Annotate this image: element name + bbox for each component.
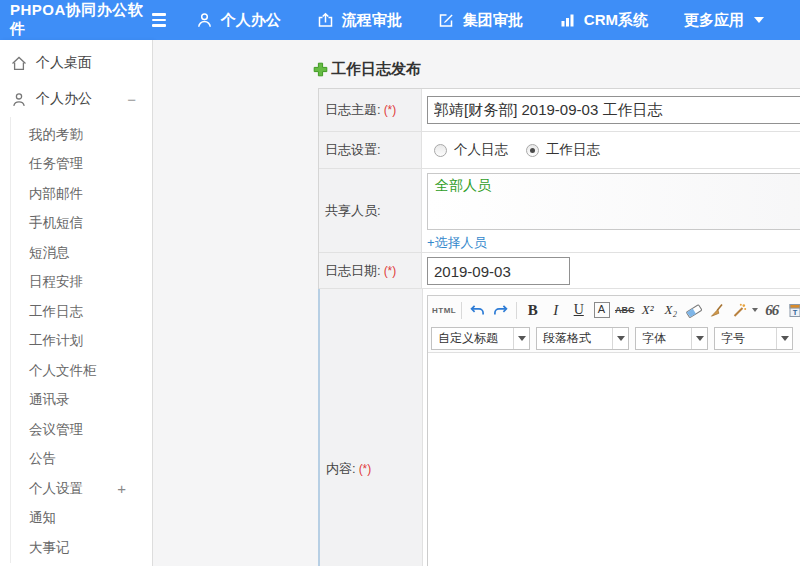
required-mark: (*) bbox=[359, 462, 372, 476]
html-source-button[interactable]: HTML bbox=[432, 300, 456, 321]
autotypeset-caret-icon[interactable] bbox=[752, 308, 758, 312]
form-row-content: 内容: (*) HTML bbox=[318, 289, 800, 566]
topbar: PHPOA协同办公软件 个人办公 流程审批 集团审批 CRM系统 bbox=[0, 0, 800, 40]
sidebar-item-announcement[interactable]: 公告 bbox=[11, 445, 152, 475]
paragraph-format-select[interactable]: 段落格式 bbox=[536, 327, 629, 350]
setting-label: 日志设置: bbox=[325, 141, 381, 159]
sidebar-item-personal-settings[interactable]: 个人设置 + bbox=[11, 474, 152, 504]
redo-button[interactable] bbox=[490, 300, 511, 321]
sidebar-item-work-plan[interactable]: 工作计划 bbox=[11, 327, 152, 357]
sidebar-item-personal-office[interactable]: 个人办公 − bbox=[0, 81, 152, 117]
svg-text:T: T bbox=[792, 307, 797, 316]
editor-content-area[interactable] bbox=[428, 352, 800, 566]
sidebar: 个人桌面 个人办公 − 我的考勤 任务管理 内部邮件 手机短信 短消息 日程安排… bbox=[0, 40, 153, 566]
sidebar-item-contacts[interactable]: 通讯录 bbox=[11, 386, 152, 416]
sidebar-item-schedule[interactable]: 日程安排 bbox=[11, 268, 152, 298]
sidebar-item-label: 个人桌面 bbox=[36, 54, 92, 72]
nav-item-personal-office[interactable]: 个人办公 bbox=[196, 11, 281, 30]
expand-icon[interactable]: + bbox=[117, 480, 152, 497]
nav-label: CRM系统 bbox=[584, 11, 648, 30]
user-icon bbox=[196, 12, 213, 28]
home-icon bbox=[11, 56, 27, 71]
sidebar-item-meeting-management[interactable]: 会议管理 bbox=[11, 415, 152, 445]
eraser-button[interactable] bbox=[683, 300, 704, 321]
chevron-down-icon bbox=[777, 336, 792, 341]
required-mark: (*) bbox=[384, 103, 397, 117]
work-log-form: 日志主题: (*) 日志设置: 个人日志 工作日志 bbox=[318, 88, 800, 566]
font-color-button[interactable]: A bbox=[594, 302, 610, 318]
group-approval-icon bbox=[438, 12, 455, 28]
sidebar-item-mobile-sms[interactable]: 手机短信 bbox=[11, 209, 152, 239]
form-row-share: 共享人员: 全部人员 +选择人员 bbox=[319, 169, 800, 253]
sidebar-item-label: 个人办公 bbox=[36, 90, 92, 108]
form-row-subject: 日志主题: (*) bbox=[319, 89, 800, 132]
subject-label: 日志主题: bbox=[325, 101, 381, 119]
nav-label: 个人办公 bbox=[221, 11, 281, 30]
sidebar-item-memorabilia[interactable]: 大事记 bbox=[11, 533, 152, 563]
nav-item-flow-approval[interactable]: 流程审批 bbox=[317, 11, 402, 30]
sidebar-item-personal-desktop[interactable]: 个人桌面 bbox=[0, 45, 152, 81]
person-icon bbox=[11, 92, 27, 107]
subject-input[interactable] bbox=[427, 96, 800, 124]
paste-text-button[interactable]: T bbox=[784, 300, 800, 321]
chevron-down-icon bbox=[692, 336, 707, 341]
sidebar-item-notification[interactable]: 通知 bbox=[11, 504, 152, 534]
crm-chart-icon bbox=[559, 12, 576, 28]
app-title: PHPOA协同办公软件 bbox=[0, 1, 152, 39]
form-row-date: 日志日期: (*) bbox=[319, 253, 800, 289]
sidebar-item-work-log[interactable]: 工作日志 bbox=[11, 297, 152, 327]
autotypeset-button[interactable] bbox=[729, 300, 750, 321]
editor-toolbar-row1: HTML B I U A bbox=[428, 296, 800, 324]
radio-work-log-label[interactable]: 工作日志 bbox=[546, 141, 600, 159]
sidebar-item-file-cabinet[interactable]: 个人文件柜 bbox=[11, 356, 152, 386]
date-input[interactable] bbox=[427, 257, 570, 285]
sidebar-item-internal-mail[interactable]: 内部邮件 bbox=[11, 179, 152, 209]
nav-label: 流程审批 bbox=[342, 11, 402, 30]
share-label: 共享人员: bbox=[325, 202, 381, 220]
hamburger-menu-icon[interactable] bbox=[152, 10, 166, 30]
font-family-select[interactable]: 字体 bbox=[635, 327, 708, 350]
strikethrough-button[interactable]: ABC bbox=[614, 300, 635, 321]
underline-button[interactable]: U bbox=[568, 300, 589, 321]
bold-button[interactable]: B bbox=[522, 300, 543, 321]
undo-button[interactable] bbox=[467, 300, 488, 321]
font-size-select[interactable]: 字号 bbox=[714, 327, 793, 350]
nav-item-group-approval[interactable]: 集团审批 bbox=[438, 11, 523, 30]
blockquote-button[interactable]: 66 bbox=[761, 300, 782, 321]
radio-personal-log-label[interactable]: 个人日志 bbox=[454, 141, 508, 159]
chevron-down-icon bbox=[514, 336, 529, 341]
sidebar-item-attendance[interactable]: 我的考勤 bbox=[11, 120, 152, 150]
top-nav: 个人办公 流程审批 集团审批 CRM系统 更多应用 bbox=[196, 11, 800, 30]
date-label: 日志日期: bbox=[325, 262, 381, 280]
collapse-icon[interactable]: − bbox=[127, 91, 152, 108]
page-title-text: 工作日志发布 bbox=[331, 60, 421, 79]
sidebar-item-task-management[interactable]: 任务管理 bbox=[11, 150, 152, 180]
nav-label: 更多应用 bbox=[684, 11, 744, 30]
content-label: 内容: bbox=[326, 460, 356, 478]
nav-item-more-apps[interactable]: 更多应用 bbox=[684, 11, 764, 30]
nav-item-crm[interactable]: CRM系统 bbox=[559, 11, 648, 30]
select-people-link[interactable]: +选择人员 bbox=[427, 234, 487, 252]
custom-title-select[interactable]: 自定义标题 bbox=[431, 327, 530, 350]
sidebar-item-short-message[interactable]: 短消息 bbox=[11, 238, 152, 268]
add-plus-icon bbox=[313, 62, 328, 77]
rich-text-editor: HTML B I U A bbox=[427, 295, 800, 566]
editor-toolbar-row2: 自定义标题 段落格式 字体 bbox=[428, 324, 800, 352]
main-content: 工作日志发布 日志主题: (*) 日志设置: 个人日志 bbox=[153, 40, 800, 566]
form-row-setting: 日志设置: 个人日志 工作日志 bbox=[319, 132, 800, 169]
share-people-box[interactable]: 全部人员 bbox=[427, 173, 800, 230]
italic-button[interactable]: I bbox=[545, 300, 566, 321]
superscript-button[interactable]: X² bbox=[637, 300, 658, 321]
nav-label: 集团审批 bbox=[463, 11, 523, 30]
required-mark: (*) bbox=[384, 264, 397, 278]
caret-down-icon bbox=[754, 17, 764, 23]
flow-approval-icon bbox=[317, 12, 334, 28]
format-brush-button[interactable] bbox=[706, 300, 727, 321]
radio-personal-log[interactable] bbox=[434, 144, 447, 157]
subscript-button[interactable]: X₂ bbox=[660, 300, 681, 321]
page-title: 工作日志发布 bbox=[313, 60, 421, 79]
radio-work-log[interactable] bbox=[526, 144, 539, 157]
sidebar-submenu: 我的考勤 任务管理 内部邮件 手机短信 短消息 日程安排 工作日志 工作计划 个… bbox=[10, 117, 152, 563]
chevron-down-icon bbox=[613, 336, 628, 341]
